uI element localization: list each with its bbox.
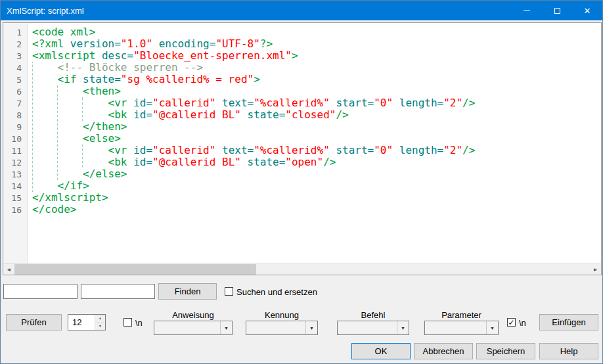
code-line: 14 </if> (3, 180, 601, 192)
spinner-up-icon[interactable]: ▲ (95, 315, 105, 323)
code-line: 5 <if state="sg %callerid% = red"> (3, 74, 601, 85)
line-number-spinner[interactable]: 12 ▲ ▼ (68, 314, 106, 330)
line-number: 12 (3, 157, 27, 169)
spinner-value: 12 (72, 317, 81, 327)
line-number: 14 (3, 181, 27, 193)
code-line: 3<xmlscript desc="Bloecke_ent-sperren.xm… (3, 50, 601, 62)
code-line: 2<?xml version="1.0" encoding="UTF-8"?> (3, 38, 601, 50)
spinner-down-icon[interactable]: ▼ (95, 323, 105, 330)
newline-before-checkbox[interactable] (123, 318, 132, 327)
line-number: 15 (3, 193, 27, 204)
line-number: 6 (3, 86, 27, 98)
chevron-down-icon: ▼ (486, 321, 498, 334)
code-line: 12 <bk id="@callerid BL" state="open"/> (3, 156, 601, 168)
minimize-button[interactable] (512, 1, 542, 20)
line-number: 4 (3, 62, 27, 74)
anweisung-label: Anweisung (154, 310, 233, 320)
close-button[interactable]: ✕ (572, 1, 602, 20)
chevron-down-icon: ▼ (397, 321, 409, 334)
line-number: 13 (3, 169, 27, 181)
window-controls: ✕ (512, 1, 602, 20)
help-button[interactable]: Help (539, 343, 598, 359)
line-number: 3 (3, 51, 27, 62)
indent-guide (82, 145, 83, 168)
window-title: XmlScript: script.xml (1, 6, 84, 16)
search-replace-checkbox[interactable] (225, 287, 233, 296)
horizontal-scrollbar[interactable]: ◄ ► (3, 263, 601, 275)
chevron-down-icon: ▼ (305, 321, 317, 334)
chevron-down-icon: ▼ (220, 321, 232, 334)
titlebar[interactable]: XmlScript: script.xml ✕ (1, 1, 602, 20)
search-replace-label: Suchen und ersetzen (236, 287, 317, 297)
code-line: 1<code xml> (3, 26, 601, 38)
anweisung-dropdown[interactable]: ▼ (154, 321, 233, 335)
indent-guide (32, 62, 33, 192)
newline-after-checkbox[interactable]: ✓ (507, 318, 516, 327)
line-number: 8 (3, 110, 27, 122)
code-line: 6 <then> (3, 85, 601, 97)
insert-button[interactable]: Einfügen (539, 314, 598, 330)
spinner-buttons: ▲ ▼ (95, 315, 105, 330)
ok-button[interactable]: OK (351, 343, 411, 359)
line-number: 2 (3, 39, 27, 51)
scrollbar-thumb[interactable] (14, 264, 256, 275)
code-line: 7 <vr id="callerid" text="%callerid%" st… (3, 97, 601, 109)
line-number: 10 (3, 133, 27, 145)
parameter-dropdown[interactable]: ▼ (424, 321, 499, 335)
line-number: 1 (3, 27, 27, 39)
find-button[interactable]: Finden (158, 283, 217, 300)
pruefen-button[interactable]: Prüfen (6, 314, 62, 330)
code-line: 9 </then> (3, 121, 601, 133)
parameter-label: Parameter (424, 310, 499, 320)
replace-input[interactable] (81, 284, 155, 299)
code-line: 4 <!-- Blöcke sperren --> (3, 62, 601, 74)
line-number: 7 (3, 98, 27, 110)
code-line: 15</xmlscript> (3, 192, 601, 204)
indent-guide (57, 85, 58, 180)
code-line: 11 <vr id="callerid" text="%callerid%" s… (3, 145, 601, 156)
scrollbar-track[interactable] (14, 264, 590, 275)
close-icon: ✕ (584, 6, 591, 16)
minimize-icon (524, 11, 530, 11)
befehl-dropdown[interactable]: ▼ (337, 321, 409, 335)
scroll-left-icon[interactable]: ◄ (3, 264, 14, 275)
search-input[interactable] (3, 284, 78, 299)
line-number: 11 (3, 145, 27, 157)
code-line: 16</code> (3, 204, 601, 216)
xmlscript-dialog: XmlScript: script.xml ✕ 1<code xml>2<?xm… (0, 0, 603, 364)
maximize-icon (554, 8, 560, 14)
save-button[interactable]: Speichern (476, 343, 535, 359)
newline-before-label: \n (135, 318, 143, 328)
befehl-label: Befehl (337, 310, 409, 320)
kennung-dropdown[interactable]: ▼ (246, 321, 318, 335)
kennung-label: Kennung (246, 310, 318, 320)
code-line: 8 <bk id="@callerid BL" state="closed"/> (3, 109, 601, 121)
cancel-button[interactable]: Abbrechen (414, 343, 473, 359)
newline-after-label: \n (519, 318, 526, 328)
scroll-right-icon[interactable]: ► (590, 264, 601, 275)
code-area[interactable]: 1<code xml>2<?xml version="1.0" encoding… (3, 23, 601, 264)
code-editor[interactable]: 1<code xml>2<?xml version="1.0" encoding… (3, 22, 602, 275)
indent-guide (82, 97, 83, 121)
code-line: 13 </else> (3, 168, 601, 180)
line-number: 5 (3, 74, 27, 86)
line-number: 9 (3, 122, 27, 133)
line-number: 16 (3, 204, 27, 216)
maximize-button[interactable] (542, 1, 572, 20)
code-line: 10 <else> (3, 133, 601, 145)
